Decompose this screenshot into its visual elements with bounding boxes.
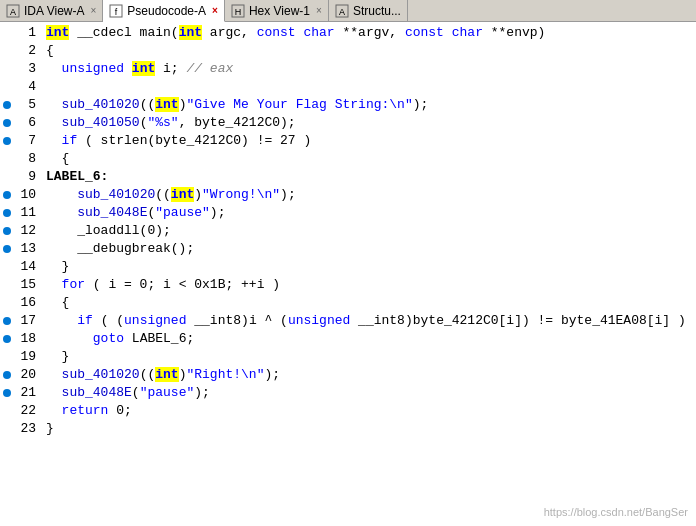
tab-ida-close[interactable]: × — [90, 5, 96, 16]
line-num-21: 21 — [14, 384, 42, 402]
line-num-20: 20 — [14, 366, 42, 384]
line-num-16: 16 — [14, 294, 42, 312]
tab-pseudocode-a[interactable]: f Pseudocode-A × — [103, 0, 225, 22]
line-num-22: 22 — [14, 402, 42, 420]
line-num-8: 8 — [14, 150, 42, 168]
tab-bar: A IDA View-A × f Pseudocode-A × H — [0, 0, 696, 22]
line-code-17: if ( (unsigned __int8)i ^ (unsigned __in… — [42, 312, 696, 330]
code-line-18: 18 goto LABEL_6; — [0, 330, 696, 348]
line-code-20: sub_401020((int)"Right!\n"); — [42, 366, 696, 384]
line-code-21: sub_4048E("pause"); — [42, 384, 696, 402]
line-code-10: sub_401020((int)"Wrong!\n"); — [42, 186, 696, 204]
line-num-7: 7 — [14, 132, 42, 150]
line-num-23: 23 — [14, 420, 42, 438]
line-dot-6 — [0, 119, 14, 127]
code-line-15: 15 for ( i = 0; i < 0x1B; ++i ) — [0, 276, 696, 294]
line-code-22: return 0; — [42, 402, 696, 420]
watermark: https://blog.csdn.net/BangSer — [544, 506, 688, 518]
line-num-14: 14 — [14, 258, 42, 276]
tab-hex-view-1[interactable]: H Hex View-1 × — [225, 0, 329, 21]
tab-pseudocode-close[interactable]: × — [212, 5, 218, 16]
line-code-5: sub_401020((int)"Give Me Your Flag Strin… — [42, 96, 696, 114]
tab-ida-view-a[interactable]: A IDA View-A × — [0, 0, 103, 21]
line-num-2: 2 — [14, 42, 42, 60]
line-code-12: _loaddll(0); — [42, 222, 696, 240]
code-line-17: 17 if ( (unsigned __int8)i ^ (unsigned _… — [0, 312, 696, 330]
line-dot-21 — [0, 389, 14, 397]
line-code-14: } — [42, 258, 696, 276]
code-line-21: 21 sub_4048E("pause"); — [0, 384, 696, 402]
line-num-11: 11 — [14, 204, 42, 222]
line-dot-13 — [0, 245, 14, 253]
line-num-18: 18 — [14, 330, 42, 348]
line-code-23: } — [42, 420, 696, 438]
line-dot-17 — [0, 317, 14, 325]
line-num-10: 10 — [14, 186, 42, 204]
line-num-5: 5 — [14, 96, 42, 114]
line-code-13: __debugbreak(); — [42, 240, 696, 258]
code-line-22: 22 return 0; — [0, 402, 696, 420]
line-code-11: sub_4048E("pause"); — [42, 204, 696, 222]
tab-ida-label: IDA View-A — [24, 4, 84, 18]
code-line-11: 11 sub_4048E("pause"); — [0, 204, 696, 222]
tab-structu-label: Structu... — [353, 4, 401, 18]
code-line-16: 16 { — [0, 294, 696, 312]
svg-text:f: f — [115, 7, 118, 17]
line-num-9: 9 — [14, 168, 42, 186]
line-code-8: { — [42, 150, 696, 168]
code-line-19: 19 } — [0, 348, 696, 366]
line-dot-20 — [0, 371, 14, 379]
tab-pseudocode-label: Pseudocode-A — [127, 4, 206, 18]
code-line-9: 9 LABEL_6: — [0, 168, 696, 186]
code-content[interactable]: 1 int __cdecl main(int argc, const char … — [0, 22, 696, 526]
svg-text:H: H — [235, 7, 242, 17]
main-window: A IDA View-A × f Pseudocode-A × H — [0, 0, 696, 526]
line-dot-11 — [0, 209, 14, 217]
code-line-20: 20 sub_401020((int)"Right!\n"); — [0, 366, 696, 384]
line-num-17: 17 — [14, 312, 42, 330]
pseudocode-icon: f — [109, 4, 123, 18]
code-line-23: 23 } — [0, 420, 696, 438]
line-code-1: int __cdecl main(int argc, const char **… — [42, 24, 696, 42]
line-code-16: { — [42, 294, 696, 312]
line-num-4: 4 — [14, 78, 42, 96]
line-code-9: LABEL_6: — [42, 168, 696, 186]
code-line-13: 13 __debugbreak(); — [0, 240, 696, 258]
line-num-1: 1 — [14, 24, 42, 42]
code-line-12: 12 _loaddll(0); — [0, 222, 696, 240]
code-line-10: 10 sub_401020((int)"Wrong!\n"); — [0, 186, 696, 204]
line-num-13: 13 — [14, 240, 42, 258]
line-dot-12 — [0, 227, 14, 235]
code-line-6: 6 sub_401050("%s", byte_4212C0); — [0, 114, 696, 132]
code-line-4: 4 — [0, 78, 696, 96]
code-line-14: 14 } — [0, 258, 696, 276]
line-code-2: { — [42, 42, 696, 60]
code-line-1: 1 int __cdecl main(int argc, const char … — [0, 24, 696, 42]
tab-structu[interactable]: A Structu... — [329, 0, 408, 21]
svg-text:A: A — [339, 7, 345, 17]
line-num-15: 15 — [14, 276, 42, 294]
line-code-15: for ( i = 0; i < 0x1B; ++i ) — [42, 276, 696, 294]
code-line-2: 2 { — [0, 42, 696, 60]
tab-hex-close[interactable]: × — [316, 5, 322, 16]
line-dot-7 — [0, 137, 14, 145]
svg-text:A: A — [10, 7, 16, 17]
code-line-5: 5 sub_401020((int)"Give Me Your Flag Str… — [0, 96, 696, 114]
ida-view-icon: A — [6, 4, 20, 18]
code-line-3: 3 unsigned int i; // eax — [0, 60, 696, 78]
line-code-19: } — [42, 348, 696, 366]
code-line-7: 7 if ( strlen(byte_4212C0) != 27 ) — [0, 132, 696, 150]
line-num-6: 6 — [14, 114, 42, 132]
line-code-18: goto LABEL_6; — [42, 330, 696, 348]
code-area: 1 int __cdecl main(int argc, const char … — [0, 22, 696, 526]
code-line-8: 8 { — [0, 150, 696, 168]
line-dot-5 — [0, 101, 14, 109]
line-num-3: 3 — [14, 60, 42, 78]
line-code-7: if ( strlen(byte_4212C0) != 27 ) — [42, 132, 696, 150]
line-code-6: sub_401050("%s", byte_4212C0); — [42, 114, 696, 132]
line-num-12: 12 — [14, 222, 42, 240]
line-num-19: 19 — [14, 348, 42, 366]
line-dot-10 — [0, 191, 14, 199]
line-code-3: unsigned int i; // eax — [42, 60, 696, 78]
tab-hex-label: Hex View-1 — [249, 4, 310, 18]
